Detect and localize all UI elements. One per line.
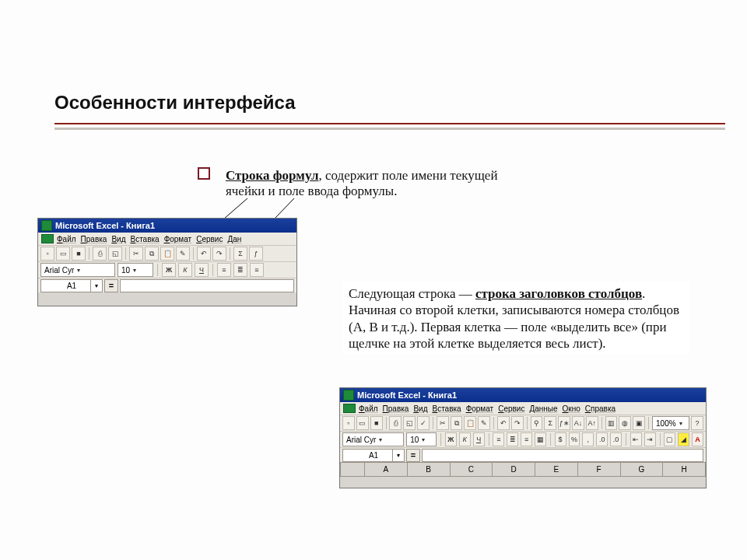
font-color-icon[interactable]: A — [692, 432, 703, 446]
column-header-C[interactable]: C — [451, 463, 493, 477]
excel-screenshot-1: Microsoft Excel - Книга1 Файл Правка Вид… — [37, 218, 297, 306]
currency-icon[interactable]: $ — [555, 432, 566, 446]
italic-button[interactable]: К — [178, 263, 192, 277]
column-header-E[interactable]: E — [535, 463, 578, 477]
menu-file[interactable]: Файл — [55, 235, 78, 243]
function-icon[interactable]: ƒ — [249, 247, 263, 261]
drawing-icon[interactable]: ▣ — [633, 416, 645, 430]
hyperlink-icon[interactable]: ⚲ — [531, 416, 543, 430]
cut-icon[interactable]: ✂ — [129, 247, 143, 261]
formula-equals-button[interactable]: = — [104, 279, 118, 292]
font-combo[interactable]: Arial Cyr▾ — [40, 263, 115, 277]
bold-button[interactable]: Ж — [445, 432, 457, 446]
menu-insert[interactable]: Вставка — [128, 235, 160, 243]
formula-input[interactable] — [422, 449, 703, 462]
undo-icon[interactable]: ↶ — [197, 247, 211, 261]
function-icon[interactable]: ƒ∗ — [558, 416, 570, 430]
cut-icon[interactable]: ✂ — [437, 416, 449, 430]
print-icon[interactable]: ⎙ — [93, 247, 107, 261]
comma-icon[interactable]: , — [582, 432, 594, 446]
menu-format[interactable]: Формат — [163, 235, 194, 243]
autosum-icon[interactable]: Σ — [233, 247, 247, 261]
bullet-marker — [198, 167, 210, 180]
column-header-F[interactable]: F — [578, 463, 621, 477]
save-icon[interactable]: ■ — [370, 416, 383, 430]
column-header-H[interactable]: H — [663, 463, 706, 477]
percent-icon[interactable]: % — [569, 432, 580, 446]
copy-icon[interactable]: ⧉ — [145, 247, 159, 261]
increase-decimal-icon[interactable]: .0 — [596, 432, 608, 446]
copy-icon[interactable]: ⧉ — [451, 416, 463, 430]
map-icon[interactable]: ◍ — [619, 416, 631, 430]
decrease-decimal-icon[interactable]: .0 — [610, 432, 622, 446]
menu-file[interactable]: Файл — [357, 404, 380, 413]
zoom-combo[interactable]: 100%▾ — [652, 416, 689, 430]
align-right-icon[interactable]: ≡ — [521, 432, 532, 446]
menu-help[interactable]: Справка — [584, 404, 617, 413]
chevron-down-icon: ▾ — [379, 436, 382, 443]
preview-icon[interactable]: ◱ — [403, 416, 416, 430]
menu-tools[interactable]: Сервис — [195, 235, 224, 243]
underline-button[interactable]: Ч — [195, 263, 209, 277]
excel2-menubar: Файл Правка Вид Вставка Формат Сервис Да… — [340, 402, 706, 415]
menu-edit[interactable]: Правка — [381, 404, 411, 413]
sort-asc-icon[interactable]: A↓ — [572, 416, 584, 430]
new-icon[interactable]: ▫ — [342, 416, 355, 430]
column-header-G[interactable]: G — [621, 463, 664, 477]
fontsize-combo[interactable]: 10▾ — [406, 432, 437, 446]
redo-icon[interactable]: ↷ — [511, 416, 524, 430]
sort-desc-icon[interactable]: A↑ — [586, 416, 598, 430]
column-header-B[interactable]: B — [408, 463, 451, 477]
excel1-standard-toolbar: ▫ ▭ ■ ⎙ ◱ ✂ ⧉ 📋 ✎ ↶ ↷ Σ ƒ — [38, 245, 296, 261]
spellcheck-icon[interactable]: ✓ — [417, 416, 430, 430]
chart-icon[interactable]: ▥ — [605, 416, 618, 430]
format-painter-icon[interactable]: ✎ — [176, 247, 190, 261]
increase-indent-icon[interactable]: ⇥ — [644, 432, 656, 446]
borders-icon[interactable]: ▢ — [664, 432, 675, 446]
open-icon[interactable]: ▭ — [356, 416, 369, 430]
print-icon[interactable]: ⎙ — [389, 416, 402, 430]
formula-input[interactable] — [120, 279, 294, 292]
save-icon[interactable]: ■ — [72, 247, 86, 261]
menu-tools[interactable]: Сервис — [496, 404, 526, 413]
menu-edit[interactable]: Правка — [79, 235, 109, 243]
font-combo[interactable]: Arial Cyr▾ — [342, 432, 404, 446]
select-all-cell[interactable] — [340, 463, 365, 477]
column-header-D[interactable]: D — [493, 463, 535, 477]
align-left-icon[interactable]: ≡ — [217, 263, 231, 277]
open-icon[interactable]: ▭ — [56, 247, 70, 261]
help-icon[interactable]: ? — [691, 416, 703, 430]
name-box[interactable]: A1 ▾ — [40, 279, 103, 292]
align-right-icon[interactable]: ≡ — [250, 263, 264, 277]
menu-view[interactable]: Вид — [110, 235, 127, 243]
align-center-icon[interactable]: ≣ — [507, 432, 518, 446]
underline-button[interactable]: Ч — [473, 432, 485, 446]
redo-icon[interactable]: ↷ — [212, 247, 226, 261]
toolbar-divider — [193, 247, 194, 260]
name-box[interactable]: A1 ▾ — [342, 449, 405, 462]
column-header-A[interactable]: A — [365, 463, 408, 477]
menu-data[interactable]: Данные — [528, 404, 559, 413]
fontsize-combo[interactable]: 10▾ — [117, 263, 153, 277]
format-painter-icon[interactable]: ✎ — [478, 416, 490, 430]
menu-window[interactable]: Окно — [561, 404, 582, 413]
menu-insert[interactable]: Вставка — [430, 404, 462, 413]
autosum-icon[interactable]: Σ — [544, 416, 556, 430]
italic-button[interactable]: К — [459, 432, 471, 446]
new-icon[interactable]: ▫ — [40, 247, 54, 261]
fill-color-icon[interactable]: ◢ — [678, 432, 689, 446]
preview-icon[interactable]: ◱ — [108, 247, 122, 261]
formula-equals-button[interactable]: = — [406, 449, 420, 462]
decrease-indent-icon[interactable]: ⇤ — [630, 432, 642, 446]
align-left-icon[interactable]: ≡ — [493, 432, 504, 446]
bold-button[interactable]: Ж — [162, 263, 176, 277]
excel1-window-title: Microsoft Excel - Книга1 — [55, 221, 155, 230]
menu-data[interactable]: Дан — [226, 235, 243, 243]
menu-view[interactable]: Вид — [412, 404, 429, 413]
undo-icon[interactable]: ↶ — [497, 416, 510, 430]
paste-icon[interactable]: 📋 — [464, 416, 476, 430]
align-center-icon[interactable]: ≣ — [233, 263, 247, 277]
paste-icon[interactable]: 📋 — [160, 247, 174, 261]
merge-center-icon[interactable]: ▦ — [535, 432, 546, 446]
menu-format[interactable]: Формат — [465, 404, 496, 413]
